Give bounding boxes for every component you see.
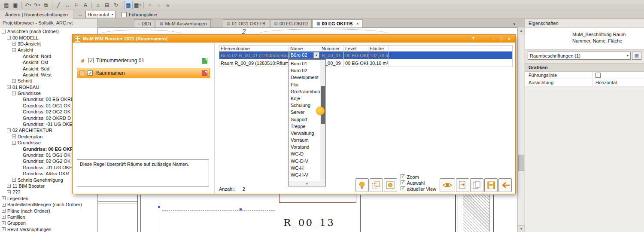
tree-toggle-icon[interactable]: + <box>2 203 6 207</box>
name-dropdown-list[interactable]: Büro 01 Büro 02 Development Flur Großrau… <box>288 59 326 186</box>
tree-toggle-icon[interactable]: - <box>12 141 16 145</box>
dropdown-scroll-thumb[interactable] <box>321 86 325 124</box>
scrollbar-thumb[interactable] <box>518 155 524 171</box>
leader-param-checkbox[interactable] <box>595 73 601 78</box>
dropdown-item[interactable]: Support <box>289 116 320 123</box>
tree-toggle-icon[interactable]: - <box>12 48 16 52</box>
rule-checkbox[interactable]: ✓ <box>88 58 94 63</box>
project-browser-title[interactable]: Projektbrowser - Sofistik_ARC.rvt <box>0 19 97 27</box>
tree-toggle-icon[interactable]: - <box>7 36 11 40</box>
thin-lines-icon[interactable]: ≡ <box>164 1 172 9</box>
zoom-option-checkbox[interactable]: ✓ Zoom <box>401 174 436 180</box>
tree-toggle-icon[interactable]: + <box>2 209 6 213</box>
tree-toggle-icon[interactable]: - <box>7 85 11 89</box>
dropdown-item[interactable]: Development <box>289 74 320 81</box>
dropdown-item[interactable]: Server <box>289 109 320 116</box>
section-grafiken[interactable]: Grafiken <box>525 63 644 72</box>
tab-3d[interactable]: ⌂ {3D} <box>134 19 155 27</box>
tree-toggle-icon[interactable]: + <box>2 196 6 200</box>
print-icon[interactable]: ⧉ <box>42 1 50 9</box>
tree-item[interactable]: + Legenden <box>0 195 97 201</box>
tree-item[interactable]: + Revit-Verknüpfungen <box>0 226 97 232</box>
dropdown-item[interactable]: Vorstand <box>289 143 320 150</box>
measure-icon[interactable]: ╱ <box>54 1 63 9</box>
aktueller-view-option-checkbox[interactable]: ✓ aktueller View <box>401 186 436 192</box>
modify-context-tab[interactable]: Ändern | Raumbeschriftungen <box>0 10 73 19</box>
canvas-scrollbar[interactable]: ▲ ▼ <box>517 27 525 232</box>
table-row[interactable]: Raum R_00_09 (1283510;Räume) R_00_09 00 … <box>219 59 513 67</box>
rule-checkbox[interactable]: ✓ <box>88 70 93 76</box>
param-value[interactable]: Horizontal <box>593 80 644 85</box>
rule-raumnamen[interactable]: ✓ Raumnamen <box>77 68 210 78</box>
text-icon[interactable]: A <box>81 1 90 9</box>
tree-toggle-icon[interactable]: - <box>7 128 11 132</box>
tree-toggle-icon[interactable]: + <box>7 184 11 188</box>
scroll-down-icon[interactable]: ▼ <box>518 225 525 232</box>
tree-item[interactable]: + Familien <box>0 214 97 220</box>
dialog-titlebar[interactable]: MuM BIM Booster 2021 [Raumnamen] ? – □ × <box>73 35 515 43</box>
dropdown-item[interactable]: Koje <box>289 95 320 102</box>
zoom-selection-button[interactable] <box>370 178 383 192</box>
tree-toggle-icon[interactable]: + <box>12 178 16 182</box>
maximize-button[interactable]: □ <box>498 36 505 42</box>
dropdown-item[interactable]: Büro 01 <box>289 60 320 67</box>
dropdown-item[interactable]: WC-H <box>289 165 320 171</box>
dropdown-item[interactable]: Verwaltung <box>289 130 320 137</box>
tree-item[interactable]: - Ansichten (nach Ordner) <box>0 28 97 34</box>
minimize-button[interactable]: – <box>490 36 498 42</box>
tree-item[interactable]: + Gruppen <box>0 220 97 226</box>
dropdown-item[interactable]: WC-D-V <box>289 158 320 165</box>
tree-toggle-icon[interactable]: + <box>12 134 16 138</box>
tab-00-eg-okrd[interactable]: ▤ 00 EG OKRD <box>270 19 312 27</box>
element-filter-select[interactable]: Raumbeschriftungen (1) ▾ <box>528 52 631 60</box>
tree-item[interactable]: + Pläne (nach Ordner) <box>0 208 97 214</box>
table-row[interactable]: Büro 02 R_00_01 (1283505;Räume Büro 02 ▾… <box>219 52 513 59</box>
dropdown-item[interactable]: WC-H-V <box>289 171 320 178</box>
scroll-up-icon[interactable]: ▲ <box>518 27 525 34</box>
schedule-icon[interactable]: ▦ <box>124 1 133 9</box>
auswahl-option-checkbox[interactable]: ✓ Auswahl <box>401 180 436 186</box>
redo-icon[interactable]: ↷▾ <box>33 1 41 9</box>
zoom-current-view-button[interactable] <box>384 178 397 192</box>
dropdown-item[interactable]: Treppe <box>289 123 320 130</box>
sync-icon[interactable]: ↻ <box>112 1 120 9</box>
type-card[interactable]: MuM_Beschriftung Raum Nummer, Name, Fläc… <box>525 27 644 50</box>
dropdown-item[interactable]: WC-D <box>289 150 320 157</box>
tree-toggle-icon[interactable]: + <box>2 227 6 231</box>
dropdown-scroll-down-icon[interactable]: ▾ <box>289 181 325 186</box>
alignment-select[interactable]: Horizontal ▾ <box>85 11 115 18</box>
name-combo[interactable]: Büro 02 ▾ <box>289 52 319 58</box>
tree-toggle-icon[interactable]: + <box>2 221 6 225</box>
dropdown-item[interactable]: Büro 02 <box>289 67 320 74</box>
tab-00-eg-okffb[interactable]: ▤ 00 EG OKFFB × <box>313 19 363 27</box>
section-icon[interactable]: ⊟ <box>103 1 111 9</box>
visibility-icon[interactable]: ⌗ <box>146 1 154 9</box>
open-folder-icon[interactable]: ▤ <box>2 1 11 9</box>
tab-01-og1-okffb[interactable]: ▤ 01 OG1 OKFFB <box>223 19 270 27</box>
schedule-menu-icon[interactable]: ▦▾ <box>133 1 142 9</box>
tree-toggle-icon[interactable]: - <box>12 92 16 95</box>
room-tag-label[interactable]: R_00_13 <box>283 217 335 228</box>
close-tab-icon[interactable]: × <box>356 21 359 26</box>
dropdown-item[interactable]: Großraumbüro <box>289 88 320 95</box>
save-results-button[interactable] <box>484 178 498 192</box>
dropdown-item[interactable]: Schulung <box>289 102 320 109</box>
checkbox-unchecked-icon[interactable] <box>122 12 127 17</box>
tree-toggle-icon[interactable]: + <box>7 190 11 194</box>
highlight-button[interactable] <box>355 178 369 192</box>
tree-toggle-icon[interactable]: + <box>2 215 6 219</box>
aligned-dimension-icon[interactable]: ↔ <box>63 1 72 9</box>
back-button[interactable] <box>498 178 512 192</box>
tree-toggle-icon[interactable]: - <box>2 30 6 34</box>
default-3d-view-icon[interactable]: ⌂ <box>94 1 102 9</box>
save-icon[interactable]: ▣ <box>11 1 20 9</box>
dropdown-item[interactable]: Vorraum <box>289 137 320 143</box>
undo-icon[interactable]: ↶▾ <box>24 1 32 9</box>
copy-button[interactable] <box>470 178 483 192</box>
reload-button[interactable] <box>456 178 469 192</box>
tree-item[interactable]: + Bauteillisten/Mengen (nach Ordner) <box>0 201 97 208</box>
help-button[interactable]: ? <box>469 36 477 42</box>
tree-toggle-icon[interactable]: + <box>12 42 16 46</box>
combo-arrow-icon[interactable]: ▾ <box>313 52 319 58</box>
close-button[interactable]: × <box>505 36 513 42</box>
